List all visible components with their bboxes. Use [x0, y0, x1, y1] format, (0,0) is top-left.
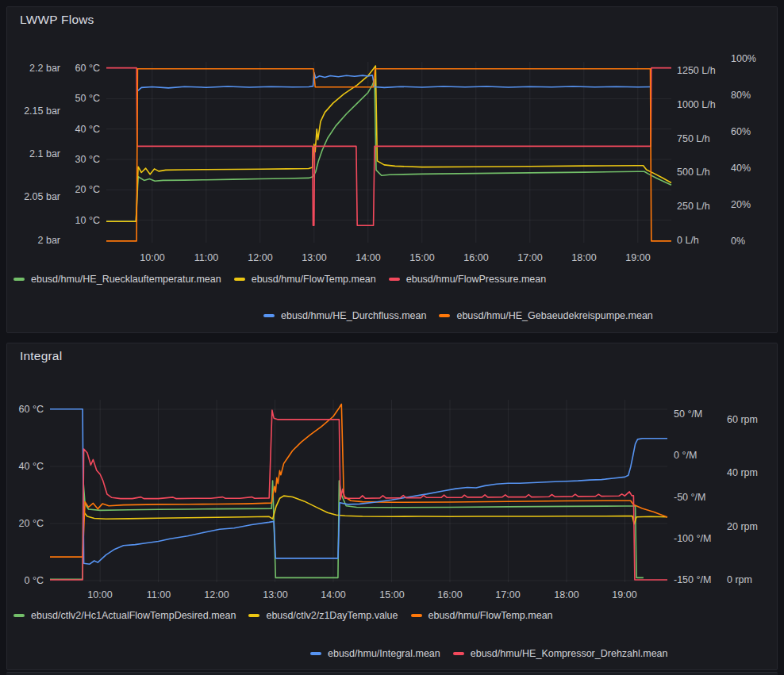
legend-swatch-icon [453, 652, 464, 655]
legend-item[interactable]: ebusd/hmu/Integral.mean [310, 648, 440, 659]
x-axis-tick-label: 15:00 [400, 251, 444, 264]
y-axis-tick-label: 0 L/h [677, 234, 699, 247]
y-axis-tick-label: 250 L/h [677, 200, 710, 213]
series-line-3 [50, 409, 667, 565]
legend-item[interactable]: ebusd/hmu/HE_Ruecklauftemperatur.mean [13, 274, 221, 285]
y-axis-tick-label: 750 L/h [677, 132, 710, 145]
y-axis-tick-label: 10 °C [7, 214, 100, 227]
x-axis-tick-label: 10:00 [130, 251, 175, 264]
x-axis-tick-label: 19:00 [602, 589, 647, 601]
y-axis-tick-label: -50 °/M [674, 491, 705, 504]
x-axis-tick-label: 19:00 [616, 251, 660, 264]
y-axis-tick-label: 60 rpm [727, 413, 758, 426]
legend-label: ebusd/hmu/FlowTemp.mean [252, 274, 376, 285]
legend-row: ebusd/hmu/HE_Durchfluss.meanebusd/hmu/HE… [263, 309, 653, 323]
legend-label: ebusd/hmu/Integral.mean [328, 648, 440, 659]
y-axis-tick-label: 0 rpm [727, 573, 752, 586]
series-line-1 [106, 66, 671, 221]
y-axis-tick-label: 40 °C [7, 460, 44, 473]
x-axis-tick-label: 10:00 [78, 589, 122, 601]
legend-swatch-icon [234, 278, 245, 281]
legend-label: ebusd/hmu/FlowTemp.mean [429, 610, 553, 621]
panel-lwwp-flows: LWWP Flows 2.2 bar2.15 bar2.1 bar2.05 ba… [6, 6, 778, 333]
panel-title: Integral [20, 349, 62, 362]
legend-item[interactable]: ebusd/hmu/HE_Durchfluss.mean [263, 310, 426, 321]
y-axis-tick-label: -150 °/M [674, 573, 711, 586]
series-line-4 [50, 410, 667, 580]
x-axis-tick-label: 12:00 [194, 589, 239, 601]
legend-item[interactable]: ebusd/hmu/HE_Kompressor_Drehzahl.mean [453, 648, 668, 659]
legend-item[interactable]: ebusd/hmu/FlowTemp.mean [234, 274, 376, 285]
legend-label: ebusd/hmu/HE_Durchfluss.mean [281, 310, 426, 321]
x-axis-tick-label: 16:00 [454, 251, 498, 264]
legend-row: ebusd/hmu/Integral.meanebusd/hmu/HE_Komp… [310, 646, 668, 661]
y-axis-tick-label: 0 °C [7, 574, 44, 587]
y-axis-tick-label: -100 °/M [674, 532, 711, 545]
x-axis-tick-label: 11:00 [136, 589, 181, 601]
series-line-0 [106, 79, 671, 221]
x-axis-tick-label: 14:00 [311, 589, 355, 601]
series-line-4 [106, 69, 671, 241]
y-axis-tick-label: 50 °/M [674, 408, 702, 420]
panel-integral: Integral 60 °C40 °C20 °C0 °C50 °/M0 °/M-… [6, 343, 778, 670]
grafana-dashboard: LWWP Flows 2.2 bar2.15 bar2.1 bar2.05 ba… [0, 0, 784, 675]
y-axis-tick-label: 40 rpm [727, 466, 758, 479]
legend-label: ebusd/hmu/HE_Ruecklauftemperatur.mean [31, 274, 221, 285]
x-axis-tick-label: 16:00 [428, 589, 472, 601]
legend-item[interactable]: ebusd/ctlv2/z1DayTemp.value [248, 610, 398, 621]
x-axis-tick-label: 11:00 [184, 251, 229, 264]
series-line-2 [106, 68, 671, 226]
legend-swatch-icon [13, 614, 25, 617]
y-axis-tick-label: 40 °C [7, 123, 100, 136]
y-axis-tick-label: 50 °C [7, 92, 100, 105]
legend-item[interactable]: ebusd/hmu/FlowTemp.mean [411, 610, 553, 621]
legend-label: ebusd/ctlv2/z1DayTemp.value [266, 610, 398, 621]
panel-header[interactable]: LWWP Flows [7, 7, 777, 31]
y-axis-tick-label: 20 rpm [727, 520, 758, 533]
legend-swatch-icon [310, 652, 321, 655]
y-axis-tick-label: 20 °C [7, 517, 44, 530]
legend-swatch-icon [248, 614, 259, 617]
y-axis-tick-label: 20% [731, 198, 751, 211]
next-panel-edge [6, 672, 778, 675]
legend-label: ebusd/ctlv2/Hc1ActualFlowTempDesired.mea… [31, 610, 236, 621]
x-axis-tick-label: 14:00 [346, 251, 390, 264]
y-axis-tick-label: 1000 L/h [677, 98, 716, 111]
legend-item[interactable]: ebusd/hmu/HE_Gebaeudekreispumpe.mean [439, 310, 652, 321]
series-line-0 [50, 481, 644, 579]
x-axis-tick-label: 15:00 [370, 589, 414, 601]
panel-title: LWWP Flows [20, 13, 94, 26]
legend-swatch-icon [439, 314, 450, 317]
x-axis-tick-label: 12:00 [238, 251, 282, 264]
y-axis-tick-label: 0% [731, 235, 745, 247]
x-axis-tick-label: 17:00 [508, 251, 552, 264]
x-axis-tick-label: 13:00 [292, 251, 336, 264]
y-axis-tick-label: 500 L/h [677, 166, 710, 178]
x-axis-tick-label: 13:00 [253, 589, 298, 601]
y-axis-tick-label: 60 °C [7, 403, 44, 416]
y-axis-tick-label: 0 °/M [674, 449, 697, 462]
y-axis-tick-label: 30 °C [7, 153, 100, 166]
series-line-3 [137, 73, 651, 91]
x-axis-tick-label: 17:00 [486, 589, 530, 601]
y-axis-tick-label: 100% [731, 52, 756, 65]
legend-row: ebusd/ctlv2/Hc1ActualFlowTempDesired.mea… [13, 608, 553, 623]
y-axis-tick-label: 2.15 bar [7, 105, 60, 117]
y-axis-tick-label: 1250 L/h [677, 64, 716, 77]
y-axis-tick-label: 80% [731, 89, 751, 102]
legend-swatch-icon [389, 278, 400, 281]
legend-item[interactable]: ebusd/hmu/FlowPressure.mean [389, 274, 546, 285]
y-axis-tick-label: 20 °C [7, 183, 100, 196]
legend-label: ebusd/hmu/HE_Kompressor_Drehzahl.mean [471, 648, 668, 659]
x-axis-tick-label: 18:00 [562, 251, 606, 264]
y-axis-tick-label: 60% [731, 125, 751, 138]
legend-item[interactable]: ebusd/ctlv2/Hc1ActualFlowTempDesired.mea… [13, 610, 236, 621]
legend-swatch-icon [263, 314, 275, 317]
y-axis-tick-label: 40% [731, 162, 751, 175]
legend-label: ebusd/hmu/HE_Gebaeudekreispumpe.mean [456, 310, 652, 321]
y-axis-tick-label: 60 °C [7, 62, 100, 75]
panel-header[interactable]: Integral [7, 343, 777, 367]
legend-swatch-icon [13, 278, 25, 281]
legend-row: ebusd/hmu/HE_Ruecklauftemperatur.meanebu… [13, 272, 546, 286]
legend-swatch-icon [411, 614, 422, 617]
